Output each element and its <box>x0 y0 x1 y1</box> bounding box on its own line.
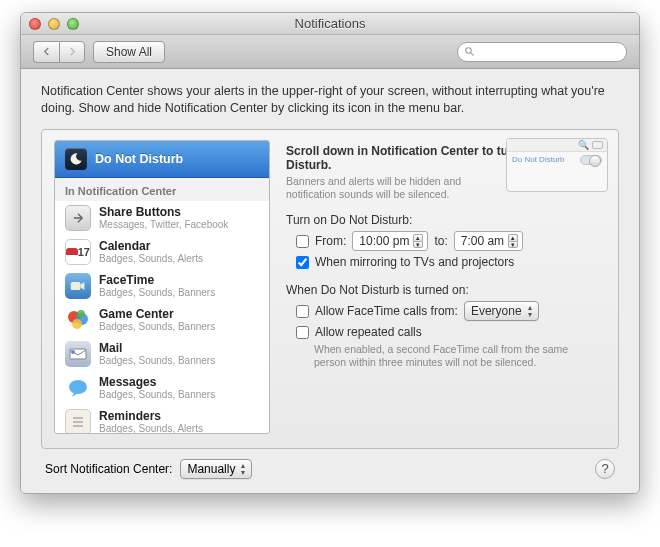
repeated-hint: When enabled, a second FaceTime call fro… <box>314 343 574 369</box>
settings-pane: 🔍 Do Not Disturb Scroll down in Notifica… <box>286 140 606 434</box>
preview-dnd-label: Do Not Disturb <box>512 155 564 164</box>
sidebar-item-mail[interactable]: MailBadges, Sounds, Banners <box>55 337 269 371</box>
sidebar-item-calendar[interactable]: 17 CalendarBadges, Sounds, Alerts <box>55 235 269 269</box>
allow-repeated-checkbox[interactable] <box>296 326 309 339</box>
from-time-value: 10:00 pm <box>359 234 409 248</box>
app-sub: Badges, Sounds, Alerts <box>99 253 203 264</box>
app-name: FaceTime <box>99 273 215 287</box>
content-area: Notification Center shows your alerts in… <box>21 69 639 493</box>
app-name: Mail <box>99 341 215 355</box>
svg-rect-2 <box>71 282 81 290</box>
facetime-from-popup[interactable]: Everyone ▴▾ <box>464 301 539 321</box>
intro-text: Notification Center shows your alerts in… <box>41 83 619 117</box>
main-panel: Do Not Disturb In Notification Center Sh… <box>41 129 619 449</box>
toolbar: Show All <box>21 35 639 69</box>
sidebar: Do Not Disturb In Notification Center Sh… <box>54 140 270 434</box>
mirroring-label: When mirroring to TVs and projectors <box>315 255 514 269</box>
share-icon <box>65 205 91 231</box>
from-time-field[interactable]: 10:00 pm ▴▾ <box>352 231 428 251</box>
titlebar: Notifications <box>21 13 639 35</box>
window-title: Notifications <box>21 16 639 31</box>
show-all-button[interactable]: Show All <box>93 41 165 63</box>
svg-point-9 <box>69 380 87 394</box>
app-sub: Badges, Sounds, Banners <box>99 321 215 332</box>
sidebar-item-share[interactable]: Share ButtonsMessages, Twitter, Facebook <box>55 201 269 235</box>
app-sub: Badges, Sounds, Banners <box>99 287 215 298</box>
schedule-checkbox[interactable] <box>296 235 309 248</box>
section-header-2: When Do Not Disturb is turned on: <box>286 283 606 297</box>
svg-point-0 <box>466 48 472 54</box>
nav-segment <box>33 41 85 63</box>
chevron-updown-icon: ▴▾ <box>241 462 245 476</box>
gamecenter-icon <box>65 307 91 333</box>
app-sub: Messages, Twitter, Facebook <box>99 219 228 230</box>
app-sub: Badges, Sounds, Banners <box>99 355 215 366</box>
to-time-value: 7:00 am <box>461 234 504 248</box>
sort-label: Sort Notification Center: <box>45 462 172 476</box>
allow-facetime-label: Allow FaceTime calls from: <box>315 304 458 318</box>
sidebar-item-dnd[interactable]: Do Not Disturb <box>55 141 269 178</box>
facetime-from-value: Everyone <box>471 304 522 318</box>
sidebar-item-gamecenter[interactable]: Game CenterBadges, Sounds, Banners <box>55 303 269 337</box>
sort-value: Manually <box>187 462 235 476</box>
help-button[interactable]: ? <box>595 459 615 479</box>
footer: Sort Notification Center: Manually ▴▾ ? <box>41 449 619 481</box>
app-name: Messages <box>99 375 215 389</box>
reminders-icon <box>65 409 91 434</box>
svg-line-1 <box>471 53 474 56</box>
to-time-field[interactable]: 7:00 am ▴▾ <box>454 231 523 251</box>
sort-popup[interactable]: Manually ▴▾ <box>180 459 252 479</box>
settings-header-sub: Banners and alerts will be hidden and no… <box>286 175 486 201</box>
sidebar-item-reminders[interactable]: RemindersBadges, Sounds, Alerts <box>55 405 269 434</box>
sidebar-item-label: Do Not Disturb <box>95 152 183 166</box>
preview-search-icon: 🔍 <box>578 140 589 150</box>
app-name: Reminders <box>99 409 203 423</box>
app-name: Share Buttons <box>99 205 228 219</box>
app-sub: Badges, Sounds, Alerts <box>99 423 203 434</box>
messages-icon <box>65 375 91 401</box>
sidebar-item-messages[interactable]: MessagesBadges, Sounds, Banners <box>55 371 269 405</box>
stepper-icon[interactable]: ▴▾ <box>508 234 518 248</box>
preview-list-icon <box>592 141 603 149</box>
app-name: Game Center <box>99 307 215 321</box>
stepper-icon[interactable]: ▴▾ <box>413 234 423 248</box>
sidebar-section-header: In Notification Center <box>55 178 269 201</box>
mail-icon <box>65 341 91 367</box>
to-label: to: <box>434 234 447 248</box>
from-label: From: <box>315 234 346 248</box>
dnd-preview: 🔍 Do Not Disturb <box>506 138 608 192</box>
turn-on-label: Turn on Do Not Disturb: <box>286 213 606 227</box>
calendar-icon: 17 <box>65 239 91 265</box>
moon-icon <box>65 148 87 170</box>
svg-point-6 <box>77 310 85 318</box>
allow-facetime-checkbox[interactable] <box>296 305 309 318</box>
facetime-icon <box>65 273 91 299</box>
app-name: Calendar <box>99 239 203 253</box>
search-input[interactable] <box>457 42 627 62</box>
sidebar-item-facetime[interactable]: FaceTimeBadges, Sounds, Banners <box>55 269 269 303</box>
preview-toggle-icon <box>580 155 602 165</box>
svg-point-8 <box>71 350 75 354</box>
app-sub: Badges, Sounds, Banners <box>99 389 215 400</box>
mirroring-checkbox[interactable] <box>296 256 309 269</box>
chevron-updown-icon: ▴▾ <box>528 304 532 318</box>
back-button[interactable] <box>33 41 59 63</box>
svg-point-5 <box>72 319 82 329</box>
forward-button[interactable] <box>59 41 85 63</box>
allow-repeated-label: Allow repeated calls <box>315 325 422 339</box>
preferences-window: Notifications Show All Notification Cent… <box>20 12 640 494</box>
